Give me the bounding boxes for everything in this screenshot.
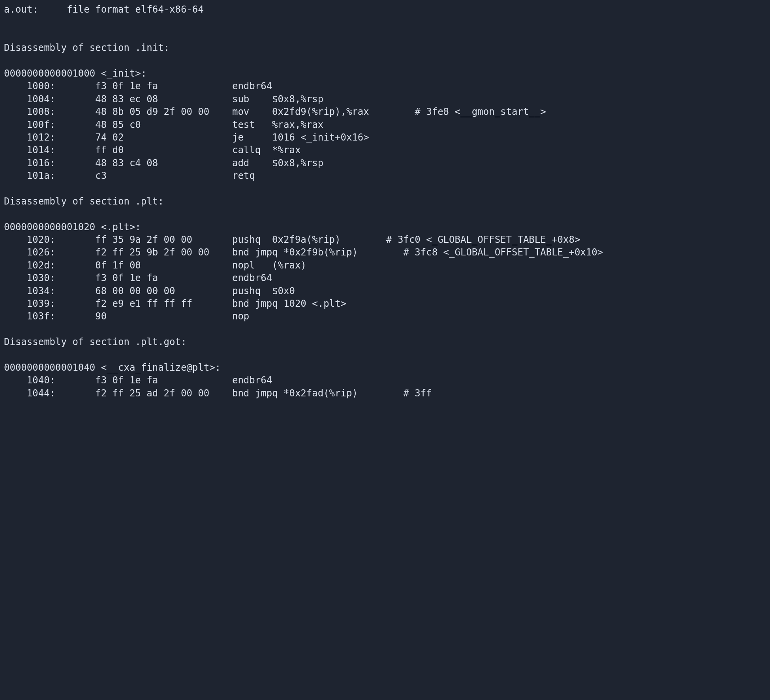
terminal-output: a.out: file format elf64-x86-64 Disassem… xyxy=(0,0,770,403)
